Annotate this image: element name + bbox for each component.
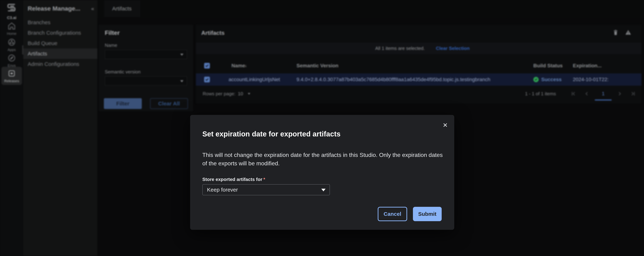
delete-icon[interactable]: [612, 29, 619, 36]
required-asterisk: *: [264, 177, 265, 182]
selection-count-text: All 1 items are selected.: [375, 46, 425, 51]
apps-icon: [8, 38, 16, 46]
store-artifacts-select-value: Keep forever: [207, 187, 238, 193]
left-icon-rail: C3.ai Home Apps: [0, 0, 23, 256]
release-management-sidebar: Release Manage... « Branches Branch Conf…: [23, 0, 98, 256]
current-page-underline: [595, 99, 612, 101]
success-status-icon: [533, 77, 539, 82]
store-artifacts-label: Store exported artifacts for*: [202, 177, 265, 182]
rail-item-apps[interactable]: Apps: [2, 38, 22, 52]
cell-semantic-version: 9.4.0+2.8.4.0.3077a87b403a5c7685d4b80fff…: [296, 77, 490, 82]
clear-all-button[interactable]: Clear All: [150, 98, 188, 109]
selection-bar: All 1 items are selected. Clear Selectio…: [196, 42, 642, 54]
warning-icon[interactable]: [625, 29, 632, 36]
last-page-button[interactable]: [630, 91, 636, 97]
sidebar-item-admin-configurations[interactable]: Admin Configurations: [23, 59, 98, 69]
home-icon: [8, 22, 16, 30]
store-artifacts-select[interactable]: Keep forever: [202, 184, 330, 195]
table-row[interactable]: accountLinkingUrljsNet 9.4.0+2.8.4.0.307…: [196, 73, 642, 86]
next-page-button[interactable]: [617, 91, 623, 97]
artifacts-panel: Artifacts All 1 items are selected. Clea…: [196, 24, 642, 104]
select-all-checkbox[interactable]: [204, 63, 210, 69]
cancel-button[interactable]: Cancel: [378, 207, 407, 221]
artifacts-panel-title: Artifacts: [201, 30, 224, 36]
previous-page-button[interactable]: [584, 91, 590, 97]
c3-logo-text: C3.ai: [0, 15, 23, 20]
cell-expiration: 2024-10-01T22:: [573, 77, 608, 82]
sidebar-title: Release Manage...: [28, 5, 80, 12]
table-footer: Rows per page: 10 1 - 1 of 1 items: [196, 88, 642, 100]
dialog-title: Set expiration date for exported artifac…: [202, 130, 340, 138]
tab-bar: Artifacts: [98, 0, 644, 17]
sidebar-item-branch-configurations[interactable]: Branch Configurations: [23, 28, 98, 38]
sidebar-item-branches[interactable]: Branches: [23, 17, 98, 28]
dialog-body-text: This will not change the expiration date…: [202, 151, 443, 168]
sidebar-item-build-queue[interactable]: Build Queue: [23, 38, 98, 48]
name-filter-combobox[interactable]: [105, 50, 187, 59]
releases-icon: [8, 69, 16, 78]
row-checkbox[interactable]: [204, 77, 210, 82]
rail-item-envs[interactable]: Envs: [2, 54, 22, 68]
chevron-down-icon: [180, 54, 184, 56]
semver-filter-combobox[interactable]: [105, 76, 187, 86]
close-icon[interactable]: ✕: [443, 122, 448, 128]
chevron-down-icon: [180, 80, 184, 82]
set-expiration-dialog: ✕ Set expiration date for exported artif…: [190, 115, 454, 230]
sidebar-collapse-icon[interactable]: «: [91, 5, 94, 12]
c3-logo-icon: [6, 2, 17, 14]
rows-per-page-label: Rows per page:: [203, 91, 236, 97]
envs-compass-icon: [8, 54, 16, 62]
rows-per-page-select[interactable]: 10: [238, 91, 250, 97]
cell-build-status: Success: [541, 77, 562, 82]
name-filter-label: Name: [105, 42, 117, 48]
sidebar-item-artifacts[interactable]: Artifacts: [23, 48, 98, 59]
column-header-build-status[interactable]: Build Status: [533, 63, 562, 69]
rail-item-releases[interactable]: Releases: [2, 67, 22, 85]
pagination-range-text: 1 - 1 of 1 items: [525, 91, 556, 97]
column-header-expiration[interactable]: Expiration...: [573, 63, 602, 69]
first-page-button[interactable]: [570, 91, 576, 97]
filter-panel-title: Filter: [105, 29, 120, 36]
chevron-down-icon: [248, 93, 250, 95]
rail-item-home[interactable]: Home: [2, 22, 22, 36]
cell-name: accountLinkingUrljsNet: [228, 77, 280, 82]
c3-logo: C3.ai: [0, 2, 23, 20]
table-header: Name Semantic Version Build Status Expir…: [196, 60, 642, 71]
column-header-semantic-version[interactable]: Semantic Version: [296, 63, 338, 69]
current-page-indicator[interactable]: 1: [597, 91, 610, 97]
submit-button[interactable]: Submit: [413, 207, 442, 221]
filter-panel: Filter Name Semantic version Filter Clea…: [99, 24, 193, 111]
clear-selection-link[interactable]: Clear Selection: [436, 46, 470, 51]
filter-button[interactable]: Filter: [104, 98, 142, 109]
sort-descending-icon[interactable]: [244, 64, 248, 68]
chevron-down-icon: [321, 189, 326, 191]
tab-artifacts[interactable]: Artifacts: [104, 0, 140, 17]
column-header-name[interactable]: Name: [232, 63, 245, 69]
semver-filter-label: Semantic version: [105, 69, 140, 75]
